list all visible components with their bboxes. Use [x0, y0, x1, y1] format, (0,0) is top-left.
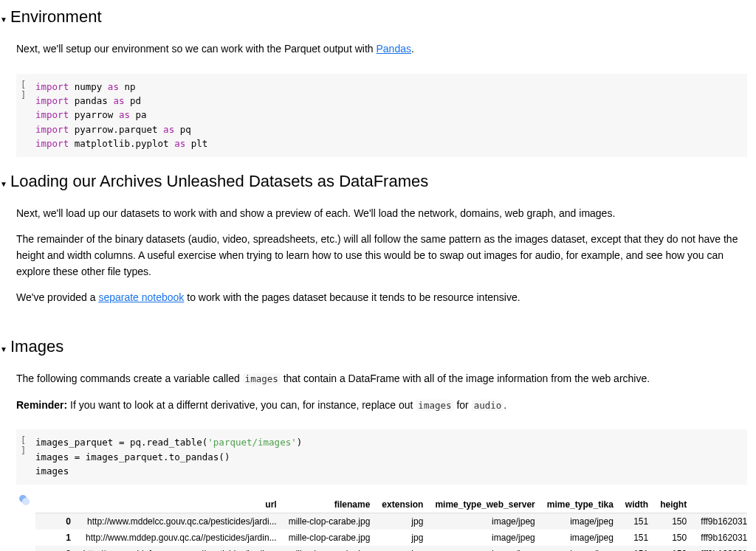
chevron-down-icon[interactable]: ▼ — [0, 180, 10, 188]
table-row: 0http://www.mddelcc.gouv.qc.ca/pesticide… — [35, 513, 747, 530]
section-loading: ▼ Loading our Archives Unleashed Dataset… — [0, 172, 747, 322]
paragraph: We've provided a separate notebook to wo… — [16, 290, 741, 306]
table-cell: 151 — [619, 530, 654, 546]
cell-output: urlfilenameextensionmime_type_web_server… — [16, 492, 747, 552]
section-images: ▼ Images The following commands create a… — [0, 337, 747, 551]
cell-editor[interactable]: import numpy as np import pandas as pd i… — [35, 80, 740, 151]
table-cell: jpg — [376, 546, 429, 552]
table-cell: 150 — [654, 530, 693, 546]
row-index: 0 — [35, 513, 77, 530]
code-cell-imports[interactable]: [ ] import numpy as np import pandas as … — [16, 74, 747, 157]
table-cell: 151 — [619, 546, 654, 552]
table-header: url — [77, 496, 283, 513]
paragraph: Reminder: If you want to look at a diffe… — [16, 398, 741, 414]
table-header: height — [654, 496, 693, 513]
paragraph: Next, we'll setup our environment so we … — [16, 41, 741, 58]
inline-code: audio — [472, 400, 504, 411]
table-cell: image/jpeg — [541, 546, 619, 552]
table-cell: image/jpeg — [541, 513, 619, 530]
table-cell: jpg — [376, 530, 429, 546]
table-cell: http://www.mddelcc.gouv.qc.ca/pesticides… — [77, 513, 283, 530]
table-cell: 150 — [654, 513, 693, 530]
table-cell: image/jpeg — [429, 513, 540, 530]
code-cell-images[interactable]: [ ] images_parquet = pq.read_table('parq… — [16, 429, 747, 484]
table-cell: image/jpeg — [429, 530, 540, 546]
table-header: extension — [376, 496, 429, 513]
table-cell: 150 — [654, 546, 693, 552]
table-header: filename — [283, 496, 377, 513]
cell-prompt: [ ] — [16, 435, 35, 478]
paragraph: The remainder of the binary datasets (au… — [16, 232, 741, 280]
table-header — [35, 496, 77, 513]
chevron-down-icon[interactable]: ▼ — [0, 345, 10, 353]
table-header: mime_type_web_server — [429, 496, 540, 513]
cell-editor[interactable]: images_parquet = pq.read_table('parquet/… — [35, 435, 740, 478]
paragraph: The following commands create a variable… — [16, 371, 741, 387]
row-index: 2 — [35, 546, 77, 552]
chevron-down-icon[interactable]: ▼ — [0, 15, 10, 24]
table-header: md5 — [693, 496, 747, 513]
table-cell: 151 — [619, 513, 654, 530]
section-title: Loading our Archives Unleashed Datasets … — [10, 172, 428, 191]
output-toggle-icon[interactable] — [19, 495, 30, 505]
markdown-body: Next, we'll setup our environment so we … — [0, 31, 747, 74]
table-cell: fff9b162031400d2dc96ec30284f580e — [693, 546, 747, 552]
output-gutter — [16, 492, 35, 552]
table-header: width — [619, 496, 654, 513]
inline-code: images — [416, 400, 453, 411]
dataframe-table-wrap: urlfilenameextensionmime_type_web_server… — [35, 492, 747, 552]
section-title: Environment — [10, 7, 102, 27]
pandas-link[interactable]: Pandas — [376, 43, 410, 55]
table-cell: image/jpeg — [429, 546, 540, 552]
table-cell: fff9b162031400d2dc96ec30284f580e — [693, 530, 747, 546]
table-cell: mille-clop-carabe.jpg — [283, 546, 377, 552]
table-cell: image/jpeg — [541, 530, 619, 546]
markdown-body: Next, we'll load up our datasets to work… — [0, 195, 747, 322]
markdown-body: The following commands create a variable… — [0, 361, 747, 429]
section-title: Images — [10, 337, 63, 356]
paragraph: Next, we'll load up our datasets to work… — [16, 206, 741, 222]
separate-notebook-link[interactable]: separate notebook — [98, 291, 184, 303]
table-cell: mille-clop-carabe.jpg — [283, 513, 377, 530]
cell-prompt: [ ] — [16, 80, 35, 151]
table-header: mime_type_tika — [541, 496, 619, 513]
table-cell: fff9b162031400d2dc96ec30284f580e — [693, 513, 747, 530]
table-cell: http://www.mddep.gouv.qc.ca//pesticides/… — [77, 530, 283, 546]
table-row: 2http://www.mddefp.gouv.qc.ca//pesticide… — [35, 546, 747, 552]
dataframe-thead: urlfilenameextensionmime_type_web_server… — [35, 496, 747, 513]
dataframe-table: urlfilenameextensionmime_type_web_server… — [35, 496, 747, 552]
table-cell: jpg — [376, 513, 429, 530]
row-index: 1 — [35, 530, 77, 546]
table-cell: http://www.mddefp.gouv.qc.ca//pesticides… — [77, 546, 283, 552]
table-cell: mille-clop-carabe.jpg — [283, 530, 377, 546]
section-environment: ▼ Environment Next, we'll setup our envi… — [0, 7, 747, 157]
table-row: 1http://www.mddep.gouv.qc.ca//pesticides… — [35, 530, 747, 546]
dataframe-tbody: 0http://www.mddelcc.gouv.qc.ca/pesticide… — [35, 513, 747, 551]
inline-code: images — [243, 373, 281, 384]
